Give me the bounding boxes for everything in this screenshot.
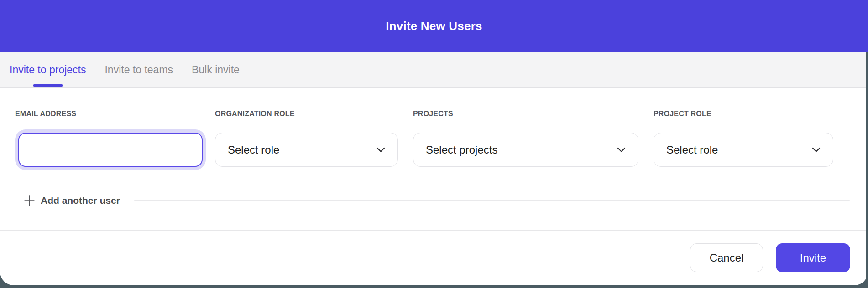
projects-label: PROJECTS: [413, 110, 638, 118]
project-role-label: PROJECT ROLE: [654, 110, 833, 118]
email-field-label: EMAIL ADDRESS: [15, 110, 206, 118]
project-role-select[interactable]: Select role: [654, 133, 833, 167]
chevron-down-icon: [617, 147, 626, 153]
invite-form-row: EMAIL ADDRESS ORGANIZATION ROLE Select r…: [0, 88, 868, 167]
tab-label: Invite to teams: [105, 64, 173, 76]
tab-label: Invite to projects: [10, 64, 86, 76]
invite-button[interactable]: Invite: [776, 243, 850, 272]
tab-invite-to-projects[interactable]: Invite to projects: [10, 52, 86, 87]
tab-invite-to-teams[interactable]: Invite to teams: [105, 52, 173, 87]
cancel-button[interactable]: Cancel: [690, 243, 763, 272]
select-value: Select projects: [426, 144, 497, 156]
plus-icon: [24, 195, 35, 206]
dialog-footer: Cancel Invite: [0, 243, 868, 272]
organization-role-select[interactable]: Select role: [215, 133, 398, 167]
tab-bar: Invite to projects Invite to teams Bulk …: [0, 52, 868, 88]
add-user-divider: [134, 200, 850, 201]
add-another-user-button[interactable]: Add another user: [0, 195, 868, 206]
project-role-field-group: PROJECT ROLE Select role: [654, 110, 833, 167]
add-another-user-label: Add another user: [41, 195, 120, 206]
organization-role-field-group: ORGANIZATION ROLE Select role: [215, 110, 398, 167]
email-field-group: EMAIL ADDRESS: [15, 110, 206, 167]
projects-select[interactable]: Select projects: [413, 133, 638, 167]
page-title: Invite New Users: [386, 19, 482, 33]
select-value: Select role: [228, 144, 279, 156]
chevron-down-icon: [376, 147, 385, 153]
tab-label: Bulk invite: [192, 64, 240, 76]
invite-new-users-dialog: Invite New Users Invite to projects Invi…: [0, 0, 868, 285]
projects-field-group: PROJECTS Select projects: [413, 110, 638, 167]
select-value: Select role: [666, 144, 718, 156]
tab-bulk-invite[interactable]: Bulk invite: [192, 52, 240, 87]
email-input[interactable]: [18, 133, 203, 167]
footer-divider: [0, 230, 868, 231]
active-tab-indicator: [33, 84, 63, 87]
dialog-header: Invite New Users: [0, 0, 868, 52]
chevron-down-icon: [812, 147, 821, 153]
scrollbar[interactable]: [866, 52, 868, 288]
organization-role-label: ORGANIZATION ROLE: [215, 110, 398, 118]
